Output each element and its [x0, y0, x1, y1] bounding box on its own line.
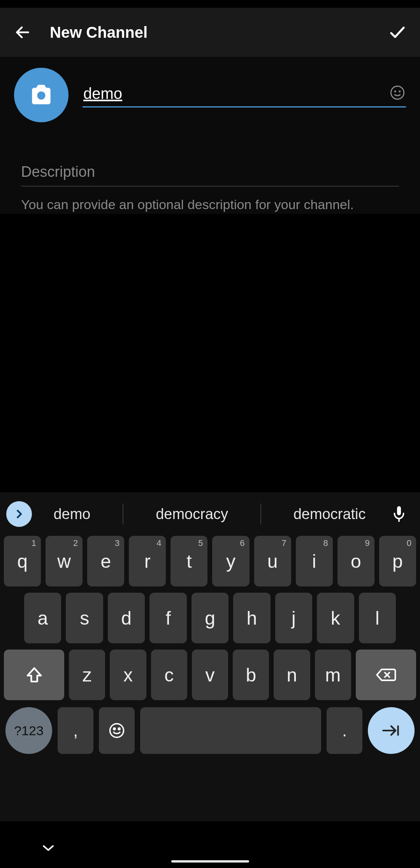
- suggestion-row: demo democracy democratic: [0, 495, 420, 533]
- key-hint: 4: [156, 538, 161, 548]
- channel-name-row: [14, 68, 406, 134]
- app-bar: New Channel: [0, 8, 420, 57]
- confirm-button[interactable]: [386, 21, 409, 44]
- smile-icon: [390, 85, 405, 100]
- soft-keyboard: demo democracy democratic q1w2e3r4t5y6u7…: [0, 492, 420, 868]
- key-hint: 2: [73, 538, 78, 548]
- keyboard-row-1: q1w2e3r4t5y6u7i8o9p0: [0, 533, 420, 590]
- check-icon: [388, 23, 407, 42]
- status-bar: [0, 0, 420, 8]
- voice-input-button[interactable]: [387, 502, 411, 526]
- key-hint: 6: [240, 538, 244, 548]
- suggestion-2[interactable]: democracy: [145, 506, 239, 523]
- content-area: You can provide an optional description …: [0, 57, 420, 214]
- chevron-right-icon: [13, 508, 25, 520]
- svg-point-4: [391, 86, 404, 99]
- backspace-icon: [375, 667, 396, 683]
- key-x[interactable]: x: [110, 650, 146, 700]
- key-hint: 5: [198, 538, 203, 548]
- period-key[interactable]: .: [327, 707, 362, 754]
- svg-point-11: [110, 724, 124, 738]
- next-key[interactable]: [368, 707, 415, 754]
- description-input[interactable]: [21, 162, 399, 187]
- keyboard-row-3-letters: zxcvbnm: [69, 650, 351, 700]
- navigation-bar: [0, 821, 420, 868]
- smile-icon: [109, 722, 125, 739]
- key-hint: 8: [323, 538, 328, 548]
- set-photo-button[interactable]: [14, 68, 69, 122]
- camera-add-icon: [28, 84, 54, 106]
- suggestion-separator: [260, 504, 261, 525]
- svg-point-1: [37, 92, 45, 100]
- description-help-text: You can provide an optional description …: [21, 196, 399, 214]
- key-g[interactable]: g: [192, 593, 228, 643]
- description-block: You can provide an optional description …: [14, 162, 406, 214]
- key-o[interactable]: o9: [337, 536, 374, 586]
- key-hint: 7: [281, 538, 286, 548]
- symbols-key[interactable]: ?123: [5, 707, 52, 754]
- key-hint: 0: [407, 538, 411, 548]
- shift-key[interactable]: [4, 650, 64, 700]
- key-m[interactable]: m: [315, 650, 351, 700]
- suggestion-1[interactable]: demo: [42, 506, 101, 523]
- home-indicator[interactable]: [171, 860, 249, 863]
- key-w[interactable]: w2: [46, 536, 83, 586]
- backspace-key[interactable]: [356, 650, 416, 700]
- tab-next-icon: [382, 724, 401, 737]
- key-v[interactable]: v: [192, 650, 228, 700]
- mic-icon: [391, 505, 407, 523]
- key-hint: 3: [115, 538, 119, 548]
- comma-key[interactable]: ,: [58, 707, 93, 754]
- back-button[interactable]: [11, 21, 34, 44]
- svg-rect-7: [397, 506, 401, 515]
- svg-point-5: [395, 91, 395, 92]
- key-l[interactable]: l: [359, 593, 396, 643]
- key-hint: 1: [32, 538, 36, 548]
- page-title: New Channel: [50, 24, 386, 41]
- key-z[interactable]: z: [69, 650, 105, 700]
- suggestion-separator: [123, 504, 123, 525]
- suggestion-3[interactable]: democratic: [283, 506, 377, 523]
- chevron-down-icon: [41, 843, 55, 852]
- suggestion-items: demo democracy democratic: [32, 504, 387, 525]
- shift-icon: [25, 666, 43, 684]
- key-a[interactable]: a: [24, 593, 61, 643]
- key-f[interactable]: f: [149, 593, 186, 643]
- keyboard-row-2: asdfghjkl: [0, 590, 420, 646]
- key-j[interactable]: j: [275, 593, 312, 643]
- expand-suggestions-button[interactable]: [6, 501, 32, 527]
- key-b[interactable]: b: [233, 650, 269, 700]
- channel-name-input[interactable]: [83, 83, 406, 107]
- key-hint: 9: [365, 538, 370, 548]
- channel-name-field-wrap: [83, 83, 406, 107]
- key-y[interactable]: y6: [212, 536, 249, 586]
- svg-point-6: [399, 91, 400, 92]
- key-n[interactable]: n: [274, 650, 310, 700]
- key-c[interactable]: c: [151, 650, 187, 700]
- hide-keyboard-button[interactable]: [41, 843, 55, 852]
- space-key[interactable]: [140, 707, 321, 754]
- emoji-picker-button[interactable]: [389, 84, 406, 101]
- key-i[interactable]: i8: [296, 536, 333, 586]
- emoji-key[interactable]: [99, 707, 135, 754]
- key-s[interactable]: s: [66, 593, 103, 643]
- key-u[interactable]: u7: [254, 536, 291, 586]
- arrow-left-icon: [14, 24, 31, 41]
- key-r[interactable]: r4: [129, 536, 166, 586]
- key-p[interactable]: p0: [379, 536, 416, 586]
- key-e[interactable]: e3: [87, 536, 124, 586]
- key-d[interactable]: d: [108, 593, 145, 643]
- key-q[interactable]: q1: [4, 536, 41, 586]
- key-k[interactable]: k: [317, 593, 354, 643]
- svg-point-12: [114, 728, 115, 730]
- keyboard-row-4: ?123 , .: [0, 703, 420, 758]
- key-h[interactable]: h: [233, 593, 270, 643]
- keyboard-row-3: zxcvbnm: [0, 646, 420, 703]
- svg-point-13: [118, 728, 120, 730]
- key-t[interactable]: t5: [170, 536, 207, 586]
